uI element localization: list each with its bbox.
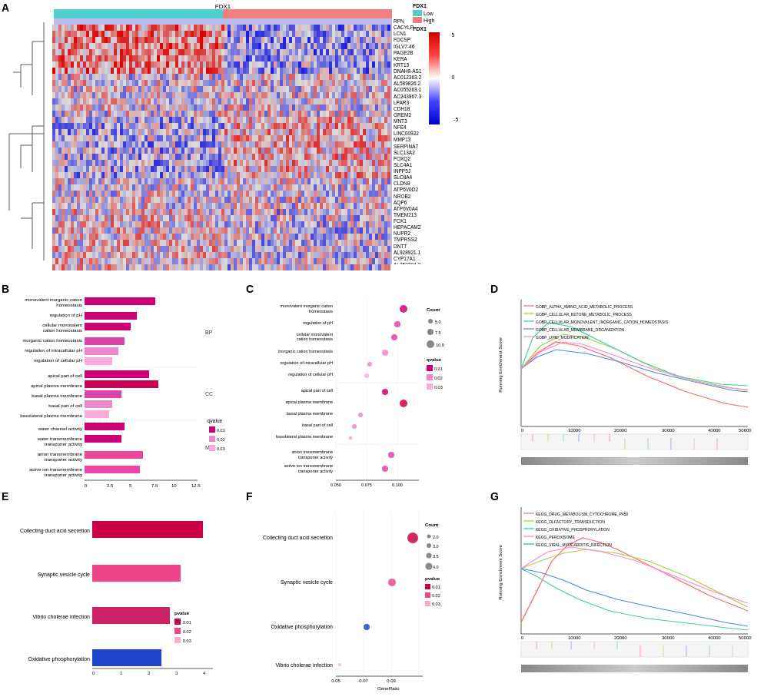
svg-text:apical plasma membrane: apical plasma membrane [286, 400, 333, 404]
svg-text:3.5: 3.5 [433, 554, 439, 559]
svg-text:2.5: 2.5 [107, 483, 114, 488]
svg-rect-177 [174, 637, 181, 643]
svg-rect-121 [427, 374, 433, 380]
svg-text:0.02: 0.02 [432, 593, 440, 598]
panel-b: B monovalent inorganic cation homeostasi… [2, 283, 240, 486]
svg-text:GOBP_CELLULAR_MONOVALENT_INORG: GOBP_CELLULAR_MONOVALENT_INORGANIC_CATIO… [536, 320, 669, 324]
svg-text:Count: Count [425, 523, 438, 527]
svg-text:0.09: 0.09 [387, 678, 396, 683]
svg-text:anion transmembrane: anion transmembrane [38, 452, 83, 456]
svg-text:Oxidative phosphorylation: Oxidative phosphorylation [271, 624, 333, 630]
svg-text:apical part of cell: apical part of cell [48, 373, 82, 378]
panel-c: C monovalent inorganic cation homeostasi… [246, 283, 484, 486]
svg-text:water channel activity: water channel activity [38, 426, 82, 431]
svg-text:10000: 10000 [568, 428, 581, 433]
dendrogram-left [5, 18, 51, 264]
svg-text:GOBP_CELLULAR_MEMBRANE_ORGANIZ: GOBP_CELLULAR_MEMBRANE_ORGANIZATION [536, 327, 625, 332]
svg-text:inorganic cation homeostasis: inorganic cation homeostasis [278, 349, 333, 353]
svg-text:basal part of cell: basal part of cell [48, 403, 82, 408]
svg-rect-47 [85, 435, 121, 443]
svg-text:0.100: 0.100 [392, 483, 403, 487]
svg-text:regulation of intracellular pH: regulation of intracellular pH [25, 348, 82, 353]
svg-rect-210 [425, 601, 430, 606]
svg-point-114 [427, 329, 434, 335]
svg-point-201 [427, 553, 432, 559]
svg-rect-119 [427, 365, 433, 371]
svg-point-105 [382, 466, 388, 472]
svg-point-190 [338, 663, 341, 666]
svg-rect-163 [92, 607, 170, 624]
svg-text:4: 4 [203, 671, 206, 675]
svg-rect-41 [85, 410, 109, 418]
svg-rect-26 [85, 337, 125, 345]
svg-text:apical plasma membrane: apical plasma membrane [31, 383, 83, 388]
svg-rect-28 [85, 347, 118, 355]
svg-point-203 [426, 563, 433, 570]
legend-low: Low [413, 10, 455, 16]
svg-text:transporter activity: transporter activity [45, 442, 82, 446]
svg-text:basolateral plasma membrane: basolateral plasma membrane [20, 413, 82, 418]
svg-rect-65 [209, 426, 215, 433]
svg-point-197 [427, 535, 431, 539]
svg-rect-21 [85, 312, 137, 320]
legend-title: FDX1 [413, 3, 455, 8]
svg-rect-50 [85, 451, 143, 459]
svg-text:apical part of cell: apical part of cell [301, 388, 333, 393]
svg-text:KEGG_DRUG_METABOLISM_CYTOCHROM: KEGG_DRUG_METABOLISM_CYTOCHROME_P450 [536, 512, 629, 516]
svg-text:10000: 10000 [568, 635, 581, 640]
svg-text:transporter activity: transporter activity [45, 457, 82, 462]
svg-text:30000: 30000 [662, 428, 675, 433]
svg-point-99 [382, 389, 388, 395]
svg-text:0.02: 0.02 [183, 629, 191, 634]
svg-text:anion transmembrane: anion transmembrane [291, 450, 333, 454]
svg-text:1: 1 [120, 671, 123, 675]
svg-text:Running Enrichment Score: Running Enrichment Score [498, 337, 503, 392]
svg-text:transporter activity: transporter activity [298, 455, 333, 459]
svg-text:20000: 20000 [614, 428, 627, 433]
svg-text:active ion transmembrane: active ion transmembrane [29, 467, 83, 472]
svg-text:KEGG_OXIDATIVE_PHOSPHORYLATION: KEGG_OXIDATIVE_PHOSPHORYLATION [536, 527, 610, 532]
svg-text:0.01: 0.01 [217, 428, 225, 433]
svg-rect-175 [174, 628, 181, 634]
svg-rect-67 [209, 436, 215, 442]
fdx1-low-bar [54, 9, 223, 18]
svg-text:3: 3 [175, 671, 178, 675]
svg-text:regulation of cellular pH: regulation of cellular pH [34, 358, 82, 363]
svg-point-189 [364, 624, 370, 630]
svg-text:homeostasis: homeostasis [309, 309, 333, 314]
svg-text:regulation of pH: regulation of pH [303, 320, 333, 325]
svg-text:0.01: 0.01 [183, 620, 191, 625]
svg-text:0.01: 0.01 [432, 585, 440, 589]
svg-rect-33 [85, 370, 149, 378]
svg-rect-206 [425, 584, 430, 589]
svg-rect-39 [85, 400, 112, 408]
svg-rect-222 [521, 642, 748, 657]
svg-text:7.5: 7.5 [151, 483, 158, 488]
svg-text:0.02: 0.02 [217, 437, 225, 442]
heatmap-legend: FDX1 Low High FDX1 5 0 -5 [413, 3, 455, 124]
panel-g-chart: Running Enrichment Score 0 10000 20000 3… [494, 499, 779, 695]
svg-rect-147 [521, 457, 748, 465]
legend-scale-title: FDX1 [413, 26, 455, 32]
svg-text:50000: 50000 [739, 428, 752, 433]
svg-rect-165 [92, 649, 161, 666]
fdx1-high-bar [223, 9, 392, 18]
svg-point-104 [388, 452, 394, 458]
svg-text:BP: BP [205, 330, 213, 335]
svg-point-103 [349, 436, 353, 440]
svg-text:0.03: 0.03 [434, 385, 443, 390]
svg-rect-35 [85, 380, 158, 388]
panel-d: D Running Enrichment Score 0 10000 20000… [490, 283, 781, 486]
svg-text:transporter activity: transporter activity [45, 473, 82, 477]
svg-text:0: 0 [521, 635, 524, 640]
svg-point-187 [407, 532, 418, 543]
svg-text:basolateral plasma membrane: basolateral plasma membrane [276, 434, 333, 439]
fdx1-color-bar [54, 9, 392, 18]
svg-text:GOBP_ALPHA_AMINO_ACID_METABOLI: GOBP_ALPHA_AMINO_ACID_METABOLIC_PROCESS [536, 304, 633, 309]
svg-rect-44 [85, 423, 125, 430]
svg-text:pvalue: pvalue [174, 611, 190, 615]
svg-text:homeostasis: homeostasis [56, 303, 82, 307]
svg-text:2: 2 [148, 671, 151, 675]
svg-text:cellular monovalent: cellular monovalent [42, 323, 82, 327]
svg-text:regulation of intracellular pH: regulation of intracellular pH [281, 360, 334, 365]
